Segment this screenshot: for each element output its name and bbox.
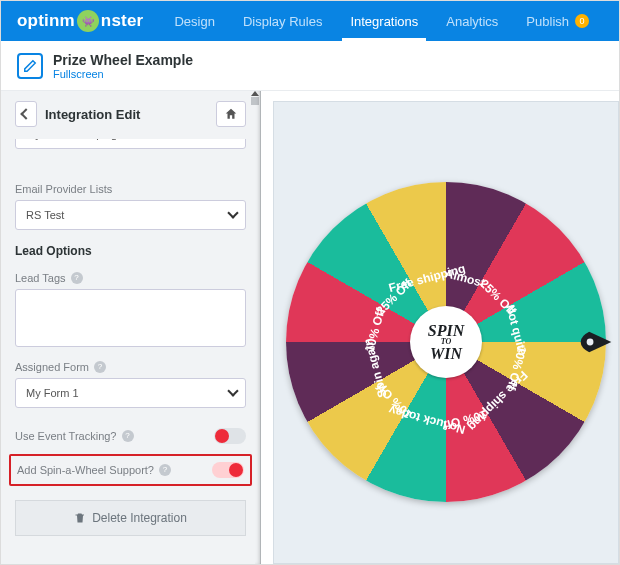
spin-support-toggle[interactable] (212, 462, 244, 478)
assigned-form-select[interactable]: My Form 1 (15, 378, 246, 408)
brand-logo: optinm 👾 nster (17, 10, 143, 32)
field-lead-tags: Lead Tags ? (15, 272, 246, 347)
event-tracking-label-text: Use Event Tracking? (15, 430, 117, 442)
nav-publish[interactable]: Publish 0 (512, 1, 603, 41)
chevron-down-icon (229, 139, 237, 141)
lists-label: Email Provider Lists (15, 183, 246, 195)
lead-tags-label: Lead Tags ? (15, 272, 246, 284)
nav-analytics[interactable]: Analytics (432, 1, 512, 41)
sidebar-title: Integration Edit (45, 107, 216, 122)
brand-text-post: nster (101, 11, 144, 31)
nav-display-rules[interactable]: Display Rules (229, 1, 336, 41)
spin-support-callout: Add Spin-a-Wheel Support? ? (9, 454, 252, 486)
app-header: optinm 👾 nster Design Display Rules Inte… (1, 1, 619, 41)
account-select-value: My ActiveCampaign Account (26, 139, 165, 140)
assigned-form-value: My Form 1 (26, 387, 79, 399)
field-assigned-form: Assigned Form ? My Form 1 (15, 361, 246, 408)
chevron-down-icon (229, 209, 237, 222)
lead-tags-textarea[interactable] (15, 289, 246, 347)
assigned-form-label: Assigned Form ? (15, 361, 246, 373)
prize-wheel[interactable]: Almost25% OffNot quite10% OffFree shippi… (286, 182, 606, 502)
event-tracking-label: Use Event Tracking? ? (15, 430, 134, 442)
lists-value: RS Test (26, 209, 64, 221)
preview-canvas: Almost25% OffNot quite10% OffFree shippi… (261, 91, 619, 564)
trash-icon (74, 512, 86, 524)
hub-text-bot: WIN (430, 345, 462, 362)
rename-icon[interactable] (17, 53, 43, 79)
delete-integration-button[interactable]: Delete Integration (15, 500, 246, 536)
campaign-type: Fullscreen (53, 68, 193, 80)
top-nav: Design Display Rules Integrations Analyt… (160, 1, 603, 41)
row-event-tracking: Use Event Tracking? ? (15, 422, 246, 450)
mascot-icon: 👾 (77, 10, 99, 32)
campaign-title-block: Prize Wheel Example Fullscreen (53, 52, 193, 80)
campaign-title-bar: Prize Wheel Example Fullscreen (1, 41, 619, 91)
preview-artboard[interactable]: Almost25% OffNot quite10% OffFree shippi… (273, 101, 619, 564)
publish-badge: 0 (575, 14, 589, 28)
account-select-clipped[interactable]: My ActiveCampaign Account (15, 139, 246, 169)
help-icon[interactable]: ? (122, 430, 134, 442)
delete-integration-label: Delete Integration (92, 511, 187, 525)
lead-options-title: Lead Options (15, 244, 246, 258)
home-button[interactable] (216, 101, 246, 127)
event-tracking-toggle[interactable] (214, 428, 246, 444)
help-icon[interactable]: ? (94, 361, 106, 373)
lists-select[interactable]: RS Test (15, 200, 246, 230)
back-button[interactable] (15, 101, 37, 127)
chevron-down-icon (229, 387, 237, 400)
main-split: Integration Edit My ActiveCampaign Accou… (1, 91, 619, 564)
nav-integrations[interactable]: Integrations (336, 1, 432, 41)
nav-design[interactable]: Design (160, 1, 228, 41)
wheel-hub[interactable]: SPIN TO WIN (410, 306, 482, 378)
campaign-name: Prize Wheel Example (53, 52, 193, 68)
sidebar-subheader: Integration Edit (15, 101, 246, 127)
assigned-form-label-text: Assigned Form (15, 361, 89, 373)
integration-sidebar: Integration Edit My ActiveCampaign Accou… (1, 91, 261, 564)
spin-support-label-text: Add Spin-a-Wheel Support? (17, 464, 154, 476)
help-icon[interactable]: ? (159, 464, 171, 476)
brand-text-pre: optinm (17, 11, 75, 31)
help-icon[interactable]: ? (71, 272, 83, 284)
nav-publish-label: Publish (526, 14, 569, 29)
spin-support-label: Add Spin-a-Wheel Support? ? (17, 464, 171, 476)
svg-point-0 (587, 339, 594, 346)
wheel-pointer-icon (579, 330, 613, 354)
lead-tags-label-text: Lead Tags (15, 272, 66, 284)
field-lists: Email Provider Lists RS Test (15, 183, 246, 230)
